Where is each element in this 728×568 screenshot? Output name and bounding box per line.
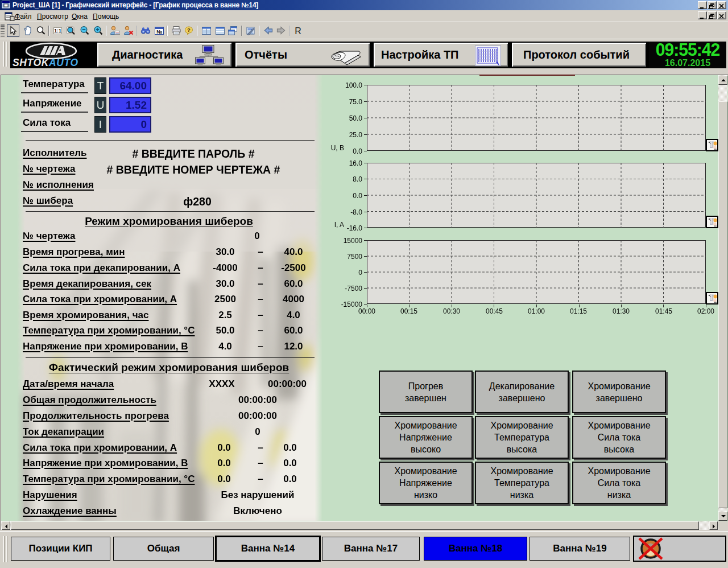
svg-text:1:1: 1:1 [54, 28, 61, 34]
svg-text:№: № [156, 29, 162, 35]
svg-text:?: ? [187, 27, 191, 33]
svg-text:SHTOKAUTO: SHTOKAUTO [13, 57, 78, 68]
svg-text:R: R [295, 26, 301, 36]
